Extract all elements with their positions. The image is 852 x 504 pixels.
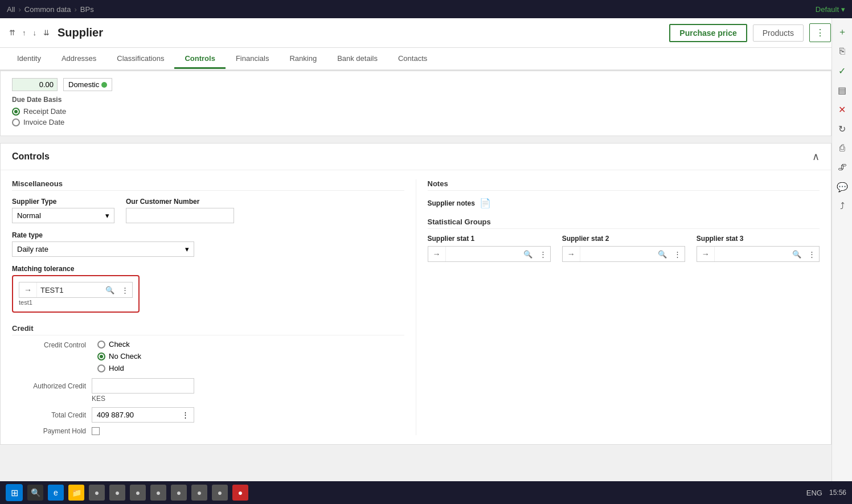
supplier-type-select[interactable]: Normal ▾ (12, 208, 114, 223)
value-input[interactable] (12, 78, 58, 91)
partial-card: Domestic Due Date Basis Receipt Date Inv… (0, 71, 831, 136)
check-radio[interactable] (97, 341, 105, 349)
search-taskbar-icon[interactable]: 🔍 (27, 485, 43, 501)
app7-icon[interactable]: ● (212, 485, 228, 501)
breadcrumb-all[interactable]: All (7, 5, 15, 14)
save-icon[interactable]: ✓ (833, 62, 851, 80)
tab-classifications[interactable]: Classifications (106, 50, 174, 69)
domestic-select[interactable]: Domestic (63, 78, 112, 91)
chevron-down-icon: ▾ (105, 211, 109, 220)
stat2-label: Supplier stat 2 (562, 235, 685, 243)
stat3-value (715, 251, 789, 257)
controls-title: Controls (12, 151, 50, 162)
app3-icon[interactable]: ● (130, 485, 146, 501)
controls-header: Controls ∧ (1, 144, 831, 170)
supplier-type-value: Normal (17, 211, 41, 220)
rate-type-label: Rate type (12, 231, 404, 239)
page-title: Supplier (58, 26, 103, 39)
search-icon[interactable]: 🔍 (102, 283, 118, 297)
print-icon[interactable]: ⎙ (833, 139, 851, 157)
matching-tolerance-field[interactable]: → TEST1 🔍 ⋮ (19, 282, 133, 298)
hold-option[interactable]: Hold (97, 364, 141, 372)
no-check-radio[interactable] (97, 353, 105, 360)
comment-icon[interactable]: 💬 (833, 178, 851, 196)
add-icon[interactable]: ＋ (833, 23, 851, 41)
receipt-date-radio[interactable] (12, 108, 20, 116)
invoice-date-label: Invoice Date (23, 118, 64, 126)
search-icon[interactable]: 🔍 (654, 247, 670, 261)
check-option[interactable]: Check (97, 340, 141, 349)
app8-icon[interactable]: ● (232, 485, 248, 501)
stat2-value (580, 251, 654, 257)
invoice-date-option[interactable]: Invoice Date (12, 118, 820, 126)
list-icon[interactable]: ▤ (833, 81, 851, 99)
tab-bank-details[interactable]: Bank details (327, 50, 388, 69)
tab-addresses[interactable]: Addresses (51, 50, 106, 69)
app6-icon[interactable]: ● (191, 485, 207, 501)
collapse-button[interactable]: ∧ (812, 150, 820, 163)
arrow-icon[interactable]: → (19, 282, 37, 297)
total-credit-options-icon[interactable]: ⋮ (182, 411, 189, 419)
credit-control-label: Credit Control (12, 340, 86, 349)
nav-next-btn[interactable]: ↓ (31, 27, 39, 38)
controls-left: Miscellaneous Supplier Type Normal ▾ Our… (12, 179, 416, 435)
attach-icon[interactable]: 🖇 (833, 158, 851, 177)
app1-icon[interactable]: ● (89, 485, 105, 501)
copy-icon[interactable]: ⎘ (833, 42, 851, 60)
more-options-icon[interactable]: ⋮ (670, 247, 685, 261)
chevron-down-icon: ▾ (185, 245, 189, 253)
more-options-icon[interactable]: ⋮ (118, 283, 132, 297)
receipt-date-option[interactable]: Receipt Date (12, 107, 820, 116)
stat3-field[interactable]: → 🔍 ⋮ (697, 246, 820, 262)
invoice-date-radio[interactable] (12, 118, 20, 126)
language-indicator: ENG (806, 489, 822, 497)
authorized-credit-input[interactable] (92, 378, 194, 394)
rate-type-select[interactable]: Daily rate ▾ (12, 241, 194, 257)
nav-last-btn[interactable]: ⇊ (41, 27, 52, 38)
nav-first-btn[interactable]: ⇈ (7, 27, 18, 38)
share-icon[interactable]: ⤴ (833, 197, 851, 215)
breadcrumb-common-data[interactable]: Common data (24, 5, 71, 14)
payment-hold-checkbox[interactable] (92, 427, 100, 435)
main-content: Domestic Due Date Basis Receipt Date Inv… (0, 71, 831, 481)
nav-prev-btn[interactable]: ↑ (20, 27, 28, 38)
app2-icon[interactable]: ● (109, 485, 125, 501)
tab-controls[interactable]: Controls (174, 50, 225, 69)
search-icon[interactable]: 🔍 (520, 247, 536, 261)
due-date-label: Due Date Basis (12, 96, 820, 104)
hold-radio[interactable] (97, 364, 105, 372)
more-options-icon[interactable]: ⋮ (536, 247, 550, 261)
taskbar-left: ⊞ 🔍 e 📁 ● ● ● ● ● ● ● ● (6, 484, 248, 501)
app5-icon[interactable]: ● (171, 485, 187, 501)
header-row: ⇈ ↑ ↓ ⇊ Supplier Purchase price Products… (0, 18, 852, 48)
total-credit-field[interactable]: 409 887.90 ⋮ (92, 407, 194, 423)
matching-tolerance-subtitle: test1 (19, 299, 133, 306)
breadcrumb-bps[interactable]: BPs (80, 5, 94, 14)
close-icon[interactable]: ✕ (833, 100, 851, 118)
search-icon[interactable]: 🔍 (789, 247, 805, 261)
arrow-icon[interactable]: → (428, 247, 446, 261)
more-options-icon[interactable]: ⋮ (805, 247, 819, 261)
edge-icon[interactable]: e (48, 485, 64, 501)
tab-ranking[interactable]: Ranking (279, 50, 327, 69)
arrow-icon[interactable]: → (697, 247, 715, 261)
refresh-icon[interactable]: ↻ (833, 120, 851, 138)
nav-tabs: Identity Addresses Classifications Contr… (0, 48, 852, 71)
notes-icon[interactable]: 📄 (480, 198, 491, 208)
default-dropdown[interactable]: Default ▾ (816, 5, 845, 14)
arrow-icon[interactable]: → (563, 247, 580, 261)
no-check-option[interactable]: No Check (97, 352, 141, 360)
purchase-price-button[interactable]: Purchase price (669, 24, 747, 42)
stat2-field[interactable]: → 🔍 ⋮ (562, 246, 685, 262)
tab-identity[interactable]: Identity (7, 50, 51, 69)
products-button[interactable]: Products (753, 24, 804, 42)
start-button[interactable]: ⊞ (6, 484, 23, 501)
stat-group-3: Supplier stat 3 → 🔍 ⋮ (697, 235, 820, 262)
file-explorer-icon[interactable]: 📁 (68, 485, 84, 501)
our-customer-number-input[interactable] (126, 208, 234, 223)
tab-financials[interactable]: Financials (226, 50, 280, 69)
more-options-button[interactable]: ⋮ (809, 23, 831, 42)
app4-icon[interactable]: ● (150, 485, 166, 501)
tab-contacts[interactable]: Contacts (388, 50, 437, 69)
stat1-field[interactable]: → 🔍 ⋮ (428, 246, 551, 262)
